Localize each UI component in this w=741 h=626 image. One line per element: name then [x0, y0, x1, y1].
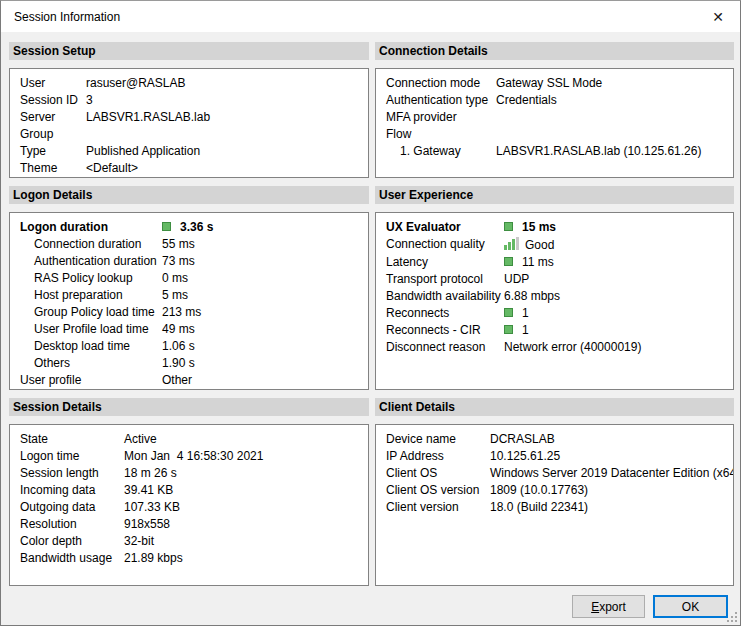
row-value-text: Windows Server 2019 Datacenter Edition (…: [490, 466, 734, 480]
row-value: 1: [504, 322, 727, 339]
row-value: 10.125.61.25: [490, 448, 727, 465]
row-value-text: 39.41 KB: [124, 483, 173, 497]
row-value-text: 1.06 s: [162, 339, 195, 353]
row-label: Authentication type: [386, 92, 496, 109]
green-square-status-icon: [504, 257, 513, 266]
export-button-label: E: [591, 600, 599, 614]
dialog-title: Session Information: [14, 10, 120, 24]
row-value: DCRASLAB: [490, 431, 727, 448]
row-label: Session ID: [20, 92, 86, 109]
detail-row: IP Address10.125.61.25: [386, 448, 727, 465]
detail-row: Desktop load time1.06 s: [20, 338, 362, 355]
section-client-details: Client Details Device nameDCRASLABIP Add…: [375, 398, 734, 586]
detail-row: Connection qualityGood: [386, 236, 727, 254]
row-value: 3.36 s: [162, 219, 362, 236]
section-header-client-details: Client Details: [375, 398, 734, 416]
detail-row: RAS Policy lookup0 ms: [20, 270, 362, 287]
button-bar: Export OK: [9, 595, 733, 618]
row-value: 1.90 s: [162, 355, 362, 372]
row-value-text: 3: [86, 93, 93, 107]
row-label: Transport protocol: [386, 271, 504, 288]
title-bar: Session Information ✕: [1, 1, 740, 32]
close-icon[interactable]: ✕: [706, 6, 730, 28]
row-value: Mon Jan 4 16:58:30 2021: [124, 448, 362, 465]
row-value: [496, 109, 727, 126]
section-logon-details: Logon Details Logon duration3.36 sConnec…: [9, 186, 369, 398]
row-value: [496, 126, 727, 143]
green-square-status-icon: [504, 308, 513, 317]
detail-row: Userrasuser@RASLAB: [20, 75, 362, 92]
detail-row: Incoming data39.41 KB: [20, 482, 362, 499]
row-value-text: 21.89 kbps: [124, 551, 183, 565]
ok-button[interactable]: OK: [653, 595, 728, 618]
detail-row: Outgoing data107.33 KB: [20, 499, 362, 516]
row-value: Windows Server 2019 Datacenter Edition (…: [490, 465, 734, 482]
row-value-text: 32-bit: [124, 534, 154, 548]
detail-row: Connection duration55 ms: [20, 236, 362, 253]
row-value: 918x558: [124, 516, 362, 533]
row-label: Client version: [386, 499, 490, 516]
row-value-text: 18 m 26 s: [124, 466, 177, 480]
row-value-text: LABSVR1.RASLAB.lab: [86, 110, 210, 124]
row-value: 213 ms: [162, 304, 362, 321]
detail-row: Logon timeMon Jan 4 16:58:30 2021: [20, 448, 362, 465]
row-label: Connection duration: [20, 236, 162, 253]
row-value-text: Mon Jan 4 16:58:30 2021: [124, 449, 263, 463]
row-label: Others: [20, 355, 162, 372]
row-value: 6.88 mbps: [504, 288, 727, 305]
row-value-text: 213 ms: [162, 305, 201, 319]
detail-row: Host preparation5 ms: [20, 287, 362, 304]
detail-row: Latency11 ms: [386, 254, 727, 271]
row-label: User: [20, 75, 86, 92]
row-value: 107.33 KB: [124, 499, 362, 516]
row-label: Bandwidth availability: [386, 288, 504, 305]
detail-row: Bandwidth availability6.88 mbps: [386, 288, 727, 305]
row-value-text: <Default>: [86, 161, 138, 175]
row-label: State: [20, 431, 124, 448]
row-label: 1. Gateway: [386, 143, 496, 160]
row-value-text: 107.33 KB: [124, 500, 180, 514]
row-value-text: 1: [522, 306, 529, 320]
sections-grid: Session Setup Userrasuser@RASLABSession …: [9, 42, 733, 586]
row-value: [86, 126, 362, 143]
row-value-text: 18.0 (Build 22341): [490, 500, 588, 514]
export-button-label-rest: xport: [599, 600, 626, 614]
row-label: IP Address: [386, 448, 490, 465]
row-label: Flow: [386, 126, 496, 143]
row-label: Outgoing data: [20, 499, 124, 516]
export-button[interactable]: Export: [572, 595, 645, 618]
row-value: Good: [504, 236, 727, 254]
row-value: 5 ms: [162, 287, 362, 304]
row-value-text: rasuser@RASLAB: [86, 76, 186, 90]
row-value: 15 ms: [504, 219, 727, 236]
detail-row: ServerLABSVR1.RASLAB.lab: [20, 109, 362, 126]
row-value-text: DCRASLAB: [490, 432, 555, 446]
row-value-text: 49 ms: [162, 322, 195, 336]
row-label: Connection mode: [386, 75, 496, 92]
row-value: LABSVR1.RASLAB.lab (10.125.61.26): [496, 143, 727, 160]
detail-row: Reconnects1: [386, 305, 727, 322]
row-label: Client OS: [386, 465, 490, 482]
detail-row: UX Evaluator15 ms: [386, 219, 727, 236]
user-experience-box: UX Evaluator15 msConnection qualityGoodL…: [375, 212, 734, 390]
row-value: 1: [504, 305, 727, 322]
row-value: 39.41 KB: [124, 482, 362, 499]
row-label: RAS Policy lookup: [20, 270, 162, 287]
resize-grip-icon[interactable]: [724, 609, 737, 622]
detail-row: Bandwidth usage21.89 kbps: [20, 550, 362, 567]
connection-details-box: Connection modeGateway SSL ModeAuthentic…: [375, 68, 734, 178]
row-label: Disconnect reason: [386, 339, 504, 356]
detail-row: Resolution918x558: [20, 516, 362, 533]
section-session-setup: Session Setup Userrasuser@RASLABSession …: [9, 42, 369, 186]
row-value-text: 1.90 s: [162, 356, 195, 370]
row-value: LABSVR1.RASLAB.lab: [86, 109, 362, 126]
session-information-dialog: Session Information ✕ Session Setup User…: [0, 0, 741, 626]
detail-row: Others1.90 s: [20, 355, 362, 372]
row-label: Reconnects - CIR: [386, 322, 504, 339]
detail-row: MFA provider: [386, 109, 727, 126]
row-value: 1809 (10.0.17763): [490, 482, 727, 499]
row-value: 49 ms: [162, 321, 362, 338]
row-value-text: 15 ms: [522, 220, 556, 234]
section-session-details: Session Details StateActiveLogon timeMon…: [9, 398, 369, 586]
session-details-box: StateActiveLogon timeMon Jan 4 16:58:30 …: [9, 424, 369, 586]
